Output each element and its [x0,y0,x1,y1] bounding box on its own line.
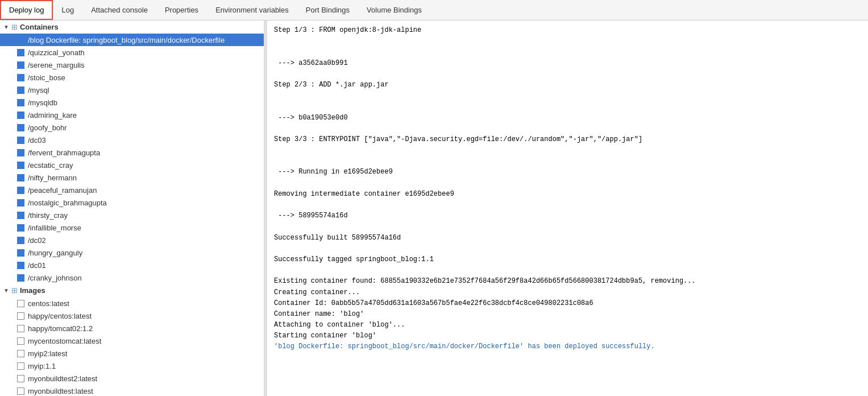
item-label-cranky_johnson: /cranky_johnson [28,274,82,282]
sidebar-item-happy_centos_latest[interactable]: happy/centos:latest [0,310,264,322]
log-line-25: Container Id: 0abb5b57a4705dd631a1603a56… [274,298,861,309]
log-line-26: Container name: 'blog' [274,309,861,320]
log-line-8: ---> b0a19053e0d0 [274,113,861,123]
item-label-myonbuildtest_latest: myonbuildtest:latest [28,387,93,395]
section-icon-containers: ⊞ [11,23,18,31]
sidebar-item-myonbuildtest2_latest[interactable]: myonbuildtest2:latest [0,372,264,385]
item-icon-happy_centos_latest [16,311,25,320]
tab-volume-bindings[interactable]: Volume Bindings [358,0,430,20]
item-label-peaceful_ramanujan: /peaceful_ramanujan [28,186,97,195]
log-line-5: Step 2/3 : ADD *.jar app.jar [274,80,861,90]
tab-deploy-log[interactable]: Deploy log [0,0,53,20]
section-icon-images: ⊞ [11,286,18,295]
sidebar-item-admiring_kare[interactable]: /admiring_kare [0,109,264,121]
sidebar-section-images[interactable]: ▼⊞Images [0,284,264,297]
item-icon-quizzical_yonath [16,48,25,57]
log-line-12 [274,156,861,167]
log-line-10: Step 3/3 : ENTRYPOINT ["java","-Djava.se… [274,134,861,145]
sidebar-item-ecstatic_cray[interactable]: /ecstatic_cray [0,159,264,171]
sidebar-item-thirsty_cray[interactable]: /thirsty_cray [0,209,264,221]
sidebar-item-quizzical_yonath[interactable]: /quizzical_yonath [0,46,264,59]
item-label-myonbuildtest2_latest: myonbuildtest2:latest [28,374,97,383]
item-icon-stoic_bose [16,73,25,82]
item-label-thirsty_cray: /thirsty_cray [28,211,68,220]
item-icon-serene_margulis [16,60,25,69]
tab-environment-variables[interactable]: Environment variables [207,0,297,20]
sidebar-item-dc02[interactable]: /dc02 [0,234,264,246]
sidebar-item-goofy_bohr[interactable]: /goofy_bohr [0,121,264,134]
tab-log[interactable]: Log [53,0,82,20]
tab-bar: Deploy logLogAttached consolePropertiesE… [0,0,868,20]
item-icon-peaceful_ramanujan [16,185,25,195]
sidebar-item-myonbuildtest_latest[interactable]: myonbuildtest:latest [0,385,264,396]
tab-attached-console[interactable]: Attached console [82,0,156,20]
item-label-quizzical_yonath: /quizzical_yonath [28,48,85,57]
toggle-icon-containers: ▼ [3,24,9,30]
log-line-20 [274,244,861,254]
item-icon-thirsty_cray [16,211,25,220]
item-icon-infallible_morse [16,223,25,232]
item-label-serene_margulis: /serene_margulis [28,61,85,69]
log-line-15: Removing intermediate container e1695d2e… [274,189,861,200]
sidebar-item-centos_latest[interactable]: centos:latest [0,297,264,310]
item-icon-myonbuildtest2_latest [16,374,25,383]
sidebar-item-nifty_hermann[interactable]: /nifty_hermann [0,171,264,184]
tab-port-bindings[interactable]: Port Bindings [297,0,358,20]
item-label-admiring_kare: /admiring_kare [28,111,77,119]
item-icon-happy_tomcat02_1_2 [16,324,25,333]
sidebar-section-containers[interactable]: ▼⊞Containers [0,20,264,34]
log-line-2 [274,47,861,57]
item-label-dc01: /dc01 [28,261,46,270]
sidebar-item-mysqldb[interactable]: /mysqldb [0,96,264,109]
log-line-11 [274,145,861,156]
sidebar-item-hungry_ganguly[interactable]: /hungry_ganguly [0,246,264,259]
log-line-7 [274,101,861,112]
item-icon-nostalgic_brahmagupta [16,198,25,207]
item-label-happy_tomcat02_1_2: happy/tomcat02:1.2 [28,324,93,333]
item-label-infallible_morse: /infallible_morse [28,224,81,232]
log-line-17: ---> 58995574a16d [274,211,861,221]
sidebar-item-nostalgic_brahmagupta[interactable]: /nostalgic_brahmagupta [0,196,264,209]
sidebar-item-cranky_johnson[interactable]: /cranky_johnson [0,271,264,284]
sidebar-item-myip2_latest[interactable]: myip2:latest [0,347,264,360]
item-label-goofy_bohr: /goofy_bohr [28,123,67,132]
sidebar-item-infallible_morse[interactable]: /infallible_morse [0,221,264,234]
item-icon-centos_latest [16,299,25,308]
sidebar-item-myip_1_1[interactable]: myip:1.1 [0,360,264,372]
main-layout: ▼⊞Containers/blog Dockerfile: springboot… [0,20,868,396]
log-line-28: Starting container 'blog' [274,331,861,341]
sidebar-item-dc01[interactable]: /dc01 [0,259,264,271]
sidebar-item-happy_tomcat02_1_2[interactable]: happy/tomcat02:1.2 [0,322,264,335]
log-line-29: 'blog Dockerfile: springboot_blog/src/ma… [274,341,861,352]
toggle-icon-images: ▼ [3,287,9,294]
item-label-myip_1_1: myip:1.1 [28,362,56,370]
item-label-nifty_hermann: /nifty_hermann [28,174,77,182]
log-line-0: Step 1/3 : FROM openjdk:8-jdk-alpine [274,25,861,36]
item-icon-dc03 [16,135,25,145]
sidebar: ▼⊞Containers/blog Dockerfile: springboot… [0,20,264,396]
tab-properties[interactable]: Properties [156,0,207,20]
item-label-blog: /blog Dockerfile: springboot_blog/src/ma… [28,36,225,44]
sidebar-item-stoic_bose[interactable]: /stoic_bose [0,71,264,84]
item-label-dc03: /dc03 [28,136,46,145]
log-line-6 [274,90,861,101]
log-line-27: Attaching to container 'blog'... [274,320,861,331]
sidebar-item-peaceful_ramanujan[interactable]: /peaceful_ramanujan [0,184,264,196]
item-label-nostalgic_brahmagupta: /nostalgic_brahmagupta [28,199,107,207]
sidebar-item-blog[interactable]: /blog Dockerfile: springboot_blog/src/ma… [0,34,264,46]
sidebar-item-mycentostomcat_latest[interactable]: mycentostomcat:latest [0,335,264,347]
item-icon-mysqldb [16,98,25,107]
item-icon-fervent_brahmagupta [16,148,25,157]
item-label-mycentostomcat_latest: mycentostomcat:latest [28,337,101,345]
sidebar-item-mysql[interactable]: /mysql [0,84,264,96]
log-area: Step 1/3 : FROM openjdk:8-jdk-alpine ---… [267,20,868,396]
log-line-1 [274,36,861,47]
sidebar-item-dc03[interactable]: /dc03 [0,134,264,146]
section-label-containers: Containers [20,23,59,31]
sidebar-item-fervent_brahmagupta[interactable]: /fervent_brahmagupta [0,146,264,159]
item-label-dc02: /dc02 [28,236,46,245]
sidebar-item-serene_margulis[interactable]: /serene_margulis [0,59,264,71]
log-line-22 [274,265,861,276]
item-icon-goofy_bohr [16,123,25,132]
item-icon-cranky_johnson [16,273,25,282]
